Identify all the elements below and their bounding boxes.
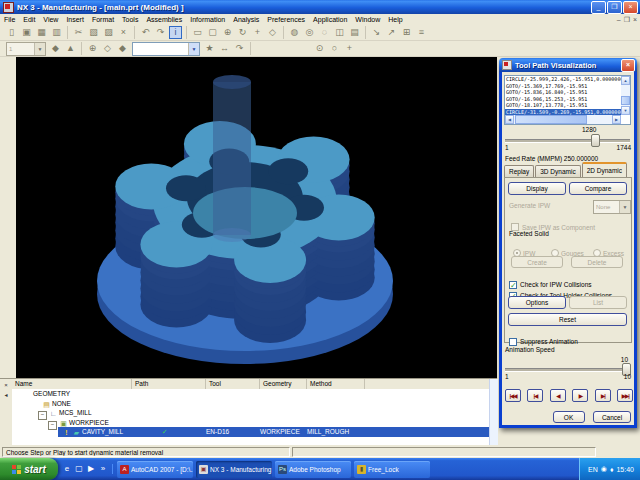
menu-information[interactable]: Information <box>186 16 229 23</box>
step-back-button[interactable]: |◀ <box>527 389 543 402</box>
cut-icon[interactable]: ✂ <box>72 26 85 39</box>
restore-button[interactable]: ❐ <box>607 1 622 14</box>
task-free-lock[interactable]: ▮ Free_Lock <box>354 461 430 478</box>
play-backward-button[interactable]: ◀ <box>550 389 566 402</box>
internet-explorer-icon[interactable]: e <box>62 464 72 474</box>
list-view-icon[interactable]: ≡ <box>415 26 428 39</box>
scrollbar-thumb[interactable] <box>621 96 630 105</box>
reset-button[interactable]: Reset <box>508 313 627 326</box>
options-button[interactable]: Options <box>508 296 566 309</box>
tree-row-workpiece[interactable]: −▣WORKPIECE <box>12 418 489 428</box>
selection-filter-icon[interactable]: ▲ <box>64 42 77 55</box>
menu-application[interactable]: Application <box>309 16 351 23</box>
work-layer-combo[interactable]: 1 ▼ <box>6 42 46 56</box>
play-forward-button[interactable]: ▶ <box>572 389 588 402</box>
scroll-up-icon[interactable]: ▲ <box>621 76 630 85</box>
datum-axis-icon[interactable]: ◆ <box>116 42 129 55</box>
navigator-scrollbar[interactable] <box>489 379 498 446</box>
menu-assemblies[interactable]: Assemblies <box>142 16 186 23</box>
combo-arrow-icon[interactable]: ▼ <box>188 43 199 55</box>
column-geometry[interactable]: Geometry <box>260 379 307 389</box>
close-button[interactable]: × <box>623 1 638 14</box>
quicklaunch-overflow-icon[interactable]: » <box>98 464 108 474</box>
shaded-icon[interactable]: ◍ <box>288 26 301 39</box>
progress-slider-thumb[interactable] <box>591 134 600 147</box>
listbox-horizontal-scrollbar[interactable]: ◀ ▶ <box>505 115 621 124</box>
scroll-left-icon[interactable]: ◀ <box>505 115 514 124</box>
display-button[interactable]: Display <box>508 182 566 195</box>
mdi-minimize-button[interactable]: – <box>617 16 621 24</box>
display-mode-icon[interactable]: ◆ <box>49 42 62 55</box>
pattern-icon[interactable]: ⊞ <box>400 26 413 39</box>
tree-row-mcs-mill[interactable]: −∟MCS_MILL <box>12 408 489 418</box>
gcode-listbox[interactable]: CIRCLE/-25.999,22.426,-15.951,0.0000000,… <box>504 75 631 125</box>
start-button[interactable]: start <box>0 458 58 480</box>
save-icon[interactable]: ▦ <box>35 26 48 39</box>
gcode-line[interactable]: GOTO/-18.107,13.778,-15.951 <box>505 102 621 109</box>
volume-icon[interactable]: ◉ <box>601 465 607 473</box>
redo-icon[interactable]: ↷ <box>154 26 167 39</box>
snapshot-icon[interactable]: ◫ <box>333 26 346 39</box>
scrollbar-thumb[interactable] <box>515 115 587 124</box>
delete-icon[interactable]: × <box>117 26 130 39</box>
column-path[interactable]: Path <box>132 379 206 389</box>
tree-row-none[interactable]: ▤NONE <box>12 399 489 409</box>
navigator-collapse-icon[interactable]: ◂ <box>2 391 10 399</box>
dialog-close-icon[interactable]: × <box>621 59 635 72</box>
compare-button[interactable]: Compare <box>569 182 627 195</box>
mdi-close-button[interactable]: × <box>633 16 637 24</box>
combo-arrow-icon[interactable]: ▼ <box>34 43 45 55</box>
scroll-right-icon[interactable]: ▶ <box>612 115 621 124</box>
undo-icon[interactable]: ↶ <box>139 26 152 39</box>
ok-button[interactable]: OK <box>553 411 585 423</box>
circle-icon[interactable]: ○ <box>328 42 341 55</box>
fit-view-icon[interactable]: ▭ <box>191 26 204 39</box>
go-to-start-button[interactable]: |◀◀ <box>505 389 521 402</box>
task-photoshop[interactable]: Ps Adobe Photoshop <box>275 461 351 478</box>
menu-view[interactable]: View <box>39 16 62 23</box>
zoom-window-icon[interactable]: ▢ <box>206 26 219 39</box>
media-player-icon[interactable]: ▶ <box>86 464 96 474</box>
menu-help[interactable]: Help <box>384 16 406 23</box>
perspective-icon[interactable]: ◇ <box>266 26 279 39</box>
print-icon[interactable]: ▥ <box>50 26 63 39</box>
new-icon[interactable]: ▯ <box>5 26 18 39</box>
task-autocad[interactable]: A AutoCAD 2007 - [D:\... <box>117 461 193 478</box>
column-method[interactable]: Method <box>307 379 365 389</box>
measure-distance-icon[interactable]: ↔ <box>218 42 231 55</box>
menu-tools[interactable]: Tools <box>118 16 142 23</box>
tool-path-visualization-dialog[interactable]: Tool Path Visualization × CIRCLE/-25.999… <box>499 58 637 428</box>
tab-replay[interactable]: Replay <box>504 165 534 177</box>
language-indicator[interactable]: EN <box>588 466 598 473</box>
column-tool[interactable]: Tool <box>206 379 260 389</box>
pan-view-icon[interactable]: + <box>251 26 264 39</box>
clock[interactable]: 15:40 <box>616 466 634 473</box>
cancel-button[interactable]: Cancel <box>593 411 631 423</box>
bend-arrow-icon[interactable]: ↷ <box>233 42 246 55</box>
column-name[interactable]: Name <box>12 379 132 389</box>
paste-icon[interactable]: ▨ <box>102 26 115 39</box>
plus-icon[interactable]: + <box>343 42 356 55</box>
selection-scope-combo[interactable]: ▼ <box>132 42 200 56</box>
menu-insert[interactable]: Insert <box>62 16 88 23</box>
transform-icon[interactable]: ↘ <box>370 26 383 39</box>
layer-settings-icon[interactable]: ▤ <box>348 26 361 39</box>
rotate-view-icon[interactable]: ↻ <box>236 26 249 39</box>
mdi-restore-button[interactable]: ❐ <box>624 16 630 24</box>
information-icon[interactable]: i <box>169 26 182 39</box>
tree-row-geometry[interactable]: GEOMETRY <box>12 389 489 399</box>
minimize-button[interactable]: _ <box>591 1 606 14</box>
go-to-end-button[interactable]: ▶▶| <box>617 389 633 402</box>
menu-window[interactable]: Window <box>351 16 384 23</box>
dialog-titlebar[interactable]: Tool Path Visualization × <box>499 58 637 72</box>
network-icon[interactable]: ♦ <box>610 466 614 473</box>
window-titlebar[interactable]: NX 3 - Manufacturing - [main.prt (Modifi… <box>0 0 640 14</box>
point-icon[interactable]: ⊙ <box>313 42 326 55</box>
gcode-line[interactable]: GOTO/-16.906,15.253,-15.951 <box>505 96 621 103</box>
navigator-close-icon[interactable]: × <box>2 381 10 389</box>
menu-edit[interactable]: Edit <box>19 16 39 23</box>
show-desktop-icon[interactable]: ▢ <box>74 464 84 474</box>
suppress-animation-checkbox[interactable]: ✓ <box>509 338 517 346</box>
tree-row-cavity-mill[interactable]: !▰CAVITY_MILL ✓ EN-D16 WORKPIECE MILL_RO… <box>12 427 489 437</box>
listbox-vertical-scrollbar[interactable]: ▲ ▼ <box>621 76 630 115</box>
